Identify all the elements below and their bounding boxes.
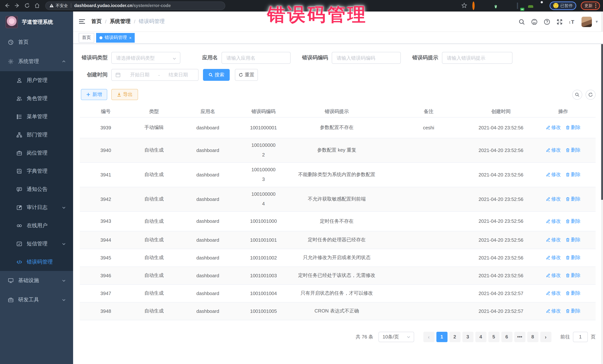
- prev-page-button[interactable]: ‹: [423, 331, 434, 342]
- search-button[interactable]: 搜索: [203, 69, 230, 81]
- extension-gem-icon[interactable]: [484, 3, 489, 9]
- app-name-input-wrap: [221, 52, 290, 64]
- cell-msg: 不允许获取敏感配置到前端: [288, 187, 386, 211]
- delete-link[interactable]: 删除: [565, 308, 580, 314]
- extension-orange-icon[interactable]: [472, 3, 478, 9]
- extension-tampermonkey-icon[interactable]: on: [517, 3, 523, 9]
- page-button-3[interactable]: 3: [462, 331, 473, 342]
- edit-link[interactable]: 修改: [546, 236, 561, 243]
- error-msg-input[interactable]: [442, 52, 512, 63]
- search-icon[interactable]: [518, 18, 525, 25]
- table-body: 3939手动编辑dashboard1001000001参数配置不存在ceshi2…: [80, 117, 596, 320]
- error-code-label: 错误码编码: [300, 55, 332, 61]
- error-type-select-input[interactable]: [112, 52, 180, 63]
- error-type-select[interactable]: [111, 52, 180, 64]
- breadcrumb-item-系统管理[interactable]: 系统管理: [110, 18, 131, 25]
- toggle-search-icon-button[interactable]: [572, 89, 582, 99]
- delete-link[interactable]: 删除: [565, 196, 580, 202]
- help-icon[interactable]: [544, 18, 550, 25]
- edit-link[interactable]: 修改: [546, 124, 561, 131]
- browser-menu-dots-icon[interactable]: [595, 3, 596, 8]
- sidebar-item-在线用户[interactable]: 在线用户: [0, 217, 73, 235]
- app-name-input[interactable]: [222, 52, 290, 63]
- sidebar-item-菜单管理[interactable]: 菜单管理: [0, 108, 73, 126]
- extension-squares-icon[interactable]: [506, 3, 512, 9]
- page-button-4[interactable]: 4: [475, 331, 486, 342]
- home-icon[interactable]: [34, 3, 40, 9]
- delete-link[interactable]: 删除: [565, 218, 580, 224]
- extension-person-icon[interactable]: [528, 3, 534, 9]
- page-button-8[interactable]: 8: [527, 331, 538, 342]
- avatar-caret-down-icon[interactable]: ▼: [595, 20, 599, 24]
- extensions-puzzle-icon[interactable]: [539, 3, 545, 9]
- sidebar-logo-row[interactable]: 芋道管理系统: [0, 11, 73, 33]
- breadcrumb-item-首页[interactable]: 首页: [91, 18, 102, 25]
- back-icon[interactable]: [4, 3, 10, 9]
- scrollbar-track[interactable]: [601, 11, 603, 364]
- sidebar-item-用户管理[interactable]: 用户管理: [0, 71, 73, 89]
- refresh-table-icon-button[interactable]: [586, 89, 596, 99]
- delete-link[interactable]: 删除: [565, 147, 580, 154]
- edit-link[interactable]: 修改: [546, 290, 561, 297]
- edit-link[interactable]: 修改: [546, 218, 561, 224]
- reload-icon[interactable]: [24, 3, 30, 9]
- sidebar-item-基础设施[interactable]: 基础设施: [0, 271, 73, 290]
- delete-link[interactable]: 删除: [565, 272, 580, 279]
- scrollbar-thumb[interactable]: [601, 44, 603, 200]
- sidebar-item-通知公告[interactable]: 通知公告: [0, 180, 73, 198]
- font-size-icon[interactable]: tT: [569, 18, 576, 25]
- page-button-2[interactable]: 2: [449, 331, 460, 342]
- sidebar-item-岗位管理[interactable]: 岗位管理: [0, 144, 73, 162]
- delete-link[interactable]: 删除: [565, 290, 580, 297]
- edit-link[interactable]: 修改: [546, 171, 561, 178]
- forward-icon[interactable]: [14, 3, 20, 9]
- browser-update-button[interactable]: 更新: [581, 1, 600, 10]
- profile-paused-badge[interactable]: 已暂停: [550, 1, 576, 10]
- sidebar-item-部门管理[interactable]: 部门管理: [0, 126, 73, 144]
- error-code-input[interactable]: [332, 52, 400, 63]
- page-size-select[interactable]: 10条/页: [379, 331, 414, 342]
- sidebar-item-系统管理[interactable]: 系统管理: [0, 52, 73, 71]
- sidebar-item-首页[interactable]: 首页: [0, 33, 73, 52]
- export-button[interactable]: 导出: [111, 89, 138, 100]
- dashboard-icon: [8, 39, 14, 45]
- edit-link[interactable]: 修改: [546, 254, 561, 261]
- delete-link[interactable]: 删除: [565, 171, 580, 178]
- page-button-5[interactable]: 5: [488, 331, 499, 342]
- delete-link[interactable]: 删除: [565, 236, 580, 243]
- cell-actions: 修改删除: [531, 187, 596, 211]
- page-ellipsis-button[interactable]: •••: [514, 331, 525, 342]
- sidebar-item-错误码管理[interactable]: 错误码管理: [0, 253, 73, 271]
- page-button-1[interactable]: 1: [436, 331, 447, 342]
- tab-错误码管理[interactable]: 错误码管理×: [96, 33, 135, 43]
- extension-green-v-icon[interactable]: V: [495, 3, 500, 9]
- sidebar-item-审计日志[interactable]: 审计日志: [0, 198, 73, 217]
- address-bar[interactable]: 不安全 dashboard.yudao.iocoder.cn/system/er…: [45, 1, 225, 10]
- add-button[interactable]: 新增: [81, 89, 107, 100]
- next-page-button[interactable]: ›: [540, 331, 551, 342]
- page-button-6[interactable]: 6: [501, 331, 512, 342]
- fullscreen-icon[interactable]: [556, 18, 563, 25]
- bookmark-star-icon[interactable]: [461, 3, 467, 9]
- edit-link[interactable]: 修改: [546, 308, 561, 314]
- delete-link[interactable]: 删除: [565, 254, 580, 261]
- edit-link[interactable]: 修改: [546, 147, 561, 154]
- sidebar-item-短信管理[interactable]: 短信管理: [0, 235, 73, 253]
- user-avatar[interactable]: [581, 16, 592, 27]
- edit-link[interactable]: 修改: [546, 196, 561, 202]
- reset-button-label: 重置: [245, 72, 254, 78]
- edit-link[interactable]: 修改: [546, 272, 561, 279]
- cell-type: 自动生成: [132, 231, 176, 249]
- reset-button[interactable]: 重置: [235, 69, 258, 81]
- hamburger-icon[interactable]: [79, 19, 85, 24]
- goto-page-input[interactable]: [573, 331, 588, 342]
- sidebar-item-角色管理[interactable]: 角色管理: [0, 89, 73, 108]
- close-tab-icon[interactable]: ×: [129, 35, 132, 40]
- date-range-picker[interactable]: 开始日期 - 结束日期: [111, 69, 198, 81]
- cell-msg: 定时任务不存在: [288, 211, 386, 231]
- sidebar-item-字典管理[interactable]: 字典管理: [0, 162, 73, 180]
- delete-link[interactable]: 删除: [565, 124, 580, 131]
- github-icon[interactable]: [531, 18, 538, 25]
- tab-首页[interactable]: 首页: [79, 33, 94, 43]
- sidebar-item-研发工具[interactable]: 研发工具: [0, 290, 73, 309]
